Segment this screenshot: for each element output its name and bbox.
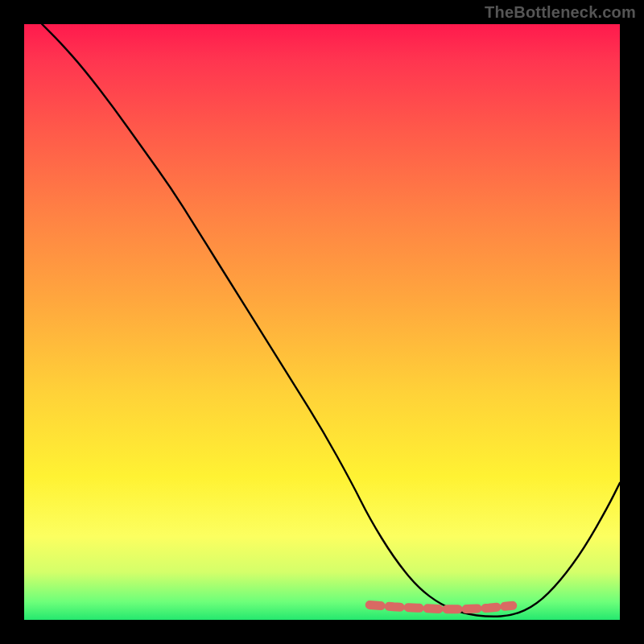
plot-svg: [24, 24, 620, 620]
watermark-label: TheBottleneck.com: [485, 3, 636, 22]
optimal-range-highlight: [369, 605, 513, 609]
bottleneck-curve: [42, 24, 620, 617]
chart-frame: TheBottleneck.com: [0, 0, 644, 644]
